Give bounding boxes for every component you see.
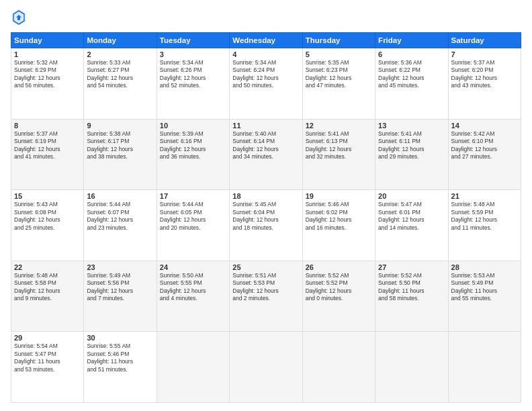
calendar-cell: 10Sunrise: 5:39 AMSunset: 6:16 PMDayligh…	[157, 119, 229, 190]
cell-text: Sunrise: 5:38 AMSunset: 6:17 PMDaylight:…	[87, 130, 153, 161]
calendar-cell: 9Sunrise: 5:38 AMSunset: 6:17 PMDaylight…	[84, 119, 157, 190]
day-number: 16	[87, 192, 153, 200]
cell-text: Sunrise: 5:43 AMSunset: 6:08 PMDaylight:…	[14, 201, 81, 232]
calendar-cell: 14Sunrise: 5:42 AMSunset: 6:10 PMDayligh…	[448, 119, 521, 190]
calendar-week-5: 29Sunrise: 5:54 AMSunset: 5:47 PMDayligh…	[11, 332, 521, 403]
day-number: 23	[87, 263, 153, 271]
day-number: 5	[306, 50, 372, 58]
calendar-week-3: 15Sunrise: 5:43 AMSunset: 6:08 PMDayligh…	[11, 190, 521, 261]
day-number: 22	[14, 263, 81, 271]
calendar-cell: 6Sunrise: 5:36 AMSunset: 6:22 PMDaylight…	[375, 48, 448, 120]
calendar-cell: 18Sunrise: 5:45 AMSunset: 6:04 PMDayligh…	[230, 190, 302, 261]
calendar-cell	[230, 332, 302, 403]
calendar-cell: 29Sunrise: 5:54 AMSunset: 5:47 PMDayligh…	[11, 332, 84, 403]
cell-text: Sunrise: 5:45 AMSunset: 6:04 PMDaylight:…	[232, 201, 299, 232]
day-number: 9	[87, 122, 153, 130]
day-number: 30	[87, 334, 153, 342]
cell-text: Sunrise: 5:44 AMSunset: 6:05 PMDaylight:…	[160, 201, 226, 232]
cell-text: Sunrise: 5:41 AMSunset: 6:13 PMDaylight:…	[306, 130, 372, 161]
weekday-header-row: SundayMondayTuesdayWednesdayThursdayFrid…	[11, 33, 521, 48]
calendar-cell: 13Sunrise: 5:41 AMSunset: 6:11 PMDayligh…	[375, 119, 448, 190]
cell-text: Sunrise: 5:52 AMSunset: 5:52 PMDaylight:…	[306, 272, 372, 303]
calendar-week-1: 1Sunrise: 5:32 AMSunset: 6:29 PMDaylight…	[11, 48, 521, 120]
calendar-cell: 2Sunrise: 5:33 AMSunset: 6:27 PMDaylight…	[84, 48, 157, 120]
cell-text: Sunrise: 5:44 AMSunset: 6:07 PMDaylight:…	[87, 201, 153, 232]
calendar-cell: 8Sunrise: 5:37 AMSunset: 6:19 PMDaylight…	[11, 119, 84, 190]
day-number: 3	[160, 50, 226, 58]
calendar-cell: 25Sunrise: 5:51 AMSunset: 5:53 PMDayligh…	[230, 261, 302, 332]
weekday-sunday: Sunday	[11, 33, 84, 48]
weekday-tuesday: Tuesday	[157, 33, 229, 48]
cell-text: Sunrise: 5:48 AMSunset: 5:59 PMDaylight:…	[451, 201, 518, 232]
calendar-week-2: 8Sunrise: 5:37 AMSunset: 6:19 PMDaylight…	[11, 119, 521, 190]
cell-text: Sunrise: 5:41 AMSunset: 6:11 PMDaylight:…	[378, 130, 445, 161]
calendar-cell: 16Sunrise: 5:44 AMSunset: 6:07 PMDayligh…	[84, 190, 157, 261]
day-number: 15	[14, 192, 81, 200]
day-number: 6	[378, 50, 445, 58]
calendar-cell	[157, 332, 229, 403]
calendar-cell: 11Sunrise: 5:40 AMSunset: 6:14 PMDayligh…	[230, 119, 302, 190]
day-number: 7	[451, 50, 518, 58]
calendar-table: SundayMondayTuesdayWednesdayThursdayFrid…	[11, 32, 521, 403]
cell-text: Sunrise: 5:48 AMSunset: 5:58 PMDaylight:…	[14, 272, 81, 303]
day-number: 11	[232, 122, 299, 130]
day-number: 28	[451, 263, 518, 271]
cell-text: Sunrise: 5:42 AMSunset: 6:10 PMDaylight:…	[451, 130, 518, 161]
calendar-cell: 26Sunrise: 5:52 AMSunset: 5:52 PMDayligh…	[302, 261, 375, 332]
cell-text: Sunrise: 5:34 AMSunset: 6:26 PMDaylight:…	[160, 59, 226, 90]
cell-text: Sunrise: 5:35 AMSunset: 6:23 PMDaylight:…	[306, 59, 372, 90]
cell-text: Sunrise: 5:34 AMSunset: 6:24 PMDaylight:…	[232, 59, 299, 90]
page: SundayMondayTuesdayWednesdayThursdayFrid…	[0, 0, 532, 411]
header	[11, 8, 521, 27]
calendar-cell: 28Sunrise: 5:53 AMSunset: 5:49 PMDayligh…	[448, 261, 521, 332]
logo-icon	[11, 8, 27, 27]
calendar-cell: 22Sunrise: 5:48 AMSunset: 5:58 PMDayligh…	[11, 261, 84, 332]
day-number: 1	[14, 50, 81, 58]
day-number: 18	[232, 192, 299, 200]
day-number: 10	[160, 122, 226, 130]
cell-text: Sunrise: 5:46 AMSunset: 6:02 PMDaylight:…	[306, 201, 372, 232]
cell-text: Sunrise: 5:37 AMSunset: 6:20 PMDaylight:…	[451, 59, 518, 90]
cell-text: Sunrise: 5:47 AMSunset: 6:01 PMDaylight:…	[378, 201, 445, 232]
calendar-cell: 27Sunrise: 5:52 AMSunset: 5:50 PMDayligh…	[375, 261, 448, 332]
calendar-cell: 30Sunrise: 5:55 AMSunset: 5:46 PMDayligh…	[84, 332, 157, 403]
calendar-cell: 19Sunrise: 5:46 AMSunset: 6:02 PMDayligh…	[302, 190, 375, 261]
day-number: 19	[306, 192, 372, 200]
calendar-cell	[448, 332, 521, 403]
day-number: 25	[232, 263, 299, 271]
day-number: 2	[87, 50, 153, 58]
day-number: 4	[232, 50, 299, 58]
cell-text: Sunrise: 5:32 AMSunset: 6:29 PMDaylight:…	[14, 59, 81, 90]
cell-text: Sunrise: 5:55 AMSunset: 5:46 PMDaylight:…	[87, 342, 153, 373]
day-number: 20	[378, 192, 445, 200]
day-number: 13	[378, 122, 445, 130]
cell-text: Sunrise: 5:49 AMSunset: 5:56 PMDaylight:…	[87, 272, 153, 303]
calendar-cell: 15Sunrise: 5:43 AMSunset: 6:08 PMDayligh…	[11, 190, 84, 261]
cell-text: Sunrise: 5:40 AMSunset: 6:14 PMDaylight:…	[232, 130, 299, 161]
day-number: 27	[378, 263, 445, 271]
day-number: 17	[160, 192, 226, 200]
calendar-cell	[302, 332, 375, 403]
weekday-saturday: Saturday	[448, 33, 521, 48]
day-number: 21	[451, 192, 518, 200]
calendar-cell: 3Sunrise: 5:34 AMSunset: 6:26 PMDaylight…	[157, 48, 229, 120]
calendar-cell: 23Sunrise: 5:49 AMSunset: 5:56 PMDayligh…	[84, 261, 157, 332]
calendar-cell: 1Sunrise: 5:32 AMSunset: 6:29 PMDaylight…	[11, 48, 84, 120]
cell-text: Sunrise: 5:37 AMSunset: 6:19 PMDaylight:…	[14, 130, 81, 161]
day-number: 12	[306, 122, 372, 130]
calendar-cell: 24Sunrise: 5:50 AMSunset: 5:55 PMDayligh…	[157, 261, 229, 332]
calendar-cell: 5Sunrise: 5:35 AMSunset: 6:23 PMDaylight…	[302, 48, 375, 120]
cell-text: Sunrise: 5:54 AMSunset: 5:47 PMDaylight:…	[14, 342, 81, 373]
cell-text: Sunrise: 5:50 AMSunset: 5:55 PMDaylight:…	[160, 272, 226, 303]
calendar-cell: 21Sunrise: 5:48 AMSunset: 5:59 PMDayligh…	[448, 190, 521, 261]
logo	[11, 8, 30, 27]
weekday-monday: Monday	[84, 33, 157, 48]
day-number: 24	[160, 263, 226, 271]
cell-text: Sunrise: 5:39 AMSunset: 6:16 PMDaylight:…	[160, 130, 226, 161]
weekday-friday: Friday	[375, 33, 448, 48]
weekday-wednesday: Wednesday	[230, 33, 302, 48]
calendar-cell	[375, 332, 448, 403]
calendar-cell: 17Sunrise: 5:44 AMSunset: 6:05 PMDayligh…	[157, 190, 229, 261]
calendar-cell: 20Sunrise: 5:47 AMSunset: 6:01 PMDayligh…	[375, 190, 448, 261]
day-number: 29	[14, 334, 81, 342]
